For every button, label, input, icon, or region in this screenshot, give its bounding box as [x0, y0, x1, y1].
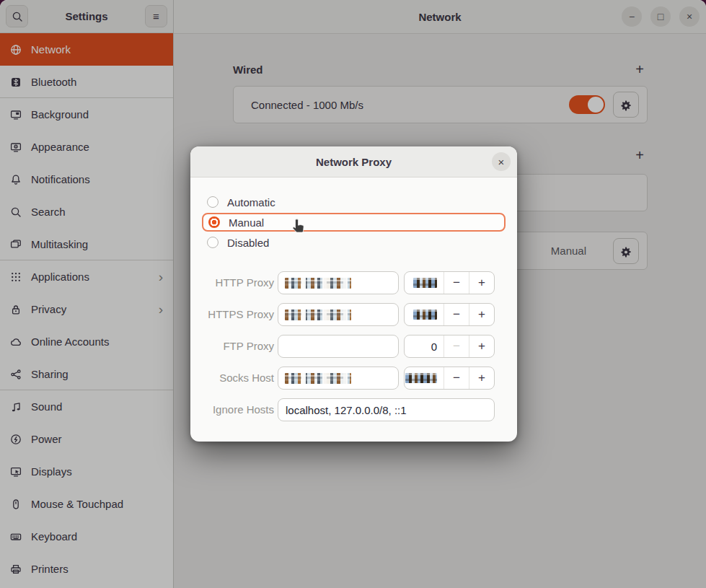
decrement-button: − — [444, 335, 469, 357]
decrement-button[interactable]: − — [444, 272, 469, 294]
https-port-spinner[interactable]: − + — [404, 303, 495, 326]
decrement-button[interactable]: − — [444, 367, 469, 389]
socks-port-spinner[interactable]: − + — [404, 367, 495, 390]
field-label: FTP Proxy — [202, 335, 274, 358]
radio-automatic[interactable]: Automatic — [202, 193, 506, 211]
radio-label: Automatic — [227, 196, 275, 209]
hand-cursor — [290, 217, 309, 237]
port-value — [405, 272, 444, 294]
field-label: HTTP Proxy — [202, 271, 274, 294]
radio-icon — [207, 196, 219, 208]
close-icon: × — [498, 156, 505, 168]
radio-disabled[interactable]: Disabled — [202, 233, 506, 252]
increment-button[interactable]: + — [469, 304, 494, 325]
field-label: Socks Host — [202, 367, 274, 390]
ignore-hosts-input[interactable] — [278, 398, 495, 421]
redacted-host-value — [285, 373, 351, 384]
radio-label: Manual — [229, 216, 264, 229]
field-label: Ignore Hosts — [202, 398, 274, 421]
dialog-close-button[interactable]: × — [492, 152, 511, 171]
radio-label: Disabled — [227, 237, 269, 249]
decrement-button[interactable]: − — [444, 304, 469, 325]
radio-manual[interactable]: Manual — [202, 213, 506, 232]
radio-checked-icon — [208, 216, 220, 228]
increment-button[interactable]: + — [469, 367, 494, 389]
ftp-port-spinner[interactable]: 0 − + — [404, 335, 495, 358]
network-proxy-dialog: Network Proxy × Automatic Manual Disable… — [190, 146, 517, 442]
dialog-headerbar: Network Proxy × — [190, 146, 517, 177]
http-port-spinner[interactable]: − + — [404, 271, 495, 294]
screen: Settings ≡ Network Bluetooth Background — [0, 0, 706, 588]
https-proxy-input[interactable] — [278, 303, 399, 326]
redacted-host-value — [285, 278, 351, 289]
dialog-title: Network Proxy — [316, 156, 392, 168]
redacted-port-value — [413, 310, 437, 320]
port-value — [405, 304, 444, 325]
port-value: 0 — [405, 335, 444, 357]
increment-button[interactable]: + — [469, 335, 494, 357]
redacted-port-value — [413, 278, 437, 288]
port-value — [405, 367, 444, 389]
ftp-proxy-input[interactable] — [278, 335, 399, 358]
http-proxy-input[interactable] — [278, 271, 399, 294]
field-label: HTTPS Proxy — [202, 303, 274, 326]
redacted-host-value — [285, 310, 351, 320]
increment-button[interactable]: + — [469, 272, 494, 294]
radio-icon — [207, 237, 219, 248]
socks-host-input[interactable] — [278, 367, 399, 390]
redacted-port-value — [405, 373, 437, 383]
dialog-body: Automatic Manual Disabled HTTP Proxy − — [190, 177, 517, 442]
